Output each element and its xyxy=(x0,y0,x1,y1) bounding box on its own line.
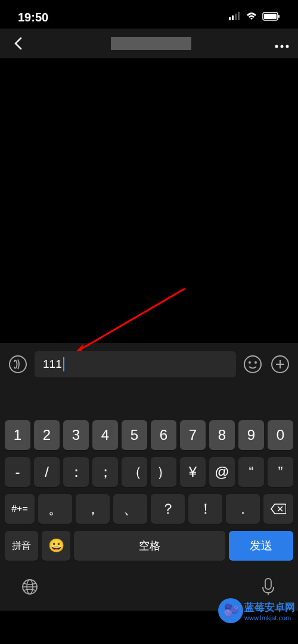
key-8[interactable]: 8 xyxy=(209,420,235,450)
key-emoji[interactable]: 😀 xyxy=(42,531,70,561)
key-1[interactable]: 1 xyxy=(5,420,30,450)
plus-button[interactable] xyxy=(269,354,291,375)
text-cursor xyxy=(63,357,64,371)
key-dot[interactable]: . xyxy=(226,494,260,524)
key-row-3: #+= 。 ， 、 ？ ！ . xyxy=(0,494,298,524)
key-slash[interactable]: / xyxy=(34,457,60,487)
svg-rect-1 xyxy=(232,15,234,20)
keyboard: 1 2 3 4 5 6 7 8 9 0 - / ： ； （ ） ¥ @ “ ” … xyxy=(0,386,298,611)
battery-icon xyxy=(262,12,280,23)
svg-rect-0 xyxy=(229,17,231,20)
svg-rect-6 xyxy=(278,15,280,18)
input-text: 111 xyxy=(43,358,62,371)
globe-button[interactable] xyxy=(18,575,42,599)
key-send[interactable]: 发送 xyxy=(229,531,293,561)
svg-point-12 xyxy=(10,356,26,373)
key-rparen[interactable]: ） xyxy=(151,457,176,487)
nav-bar xyxy=(0,29,298,58)
key-5[interactable]: 5 xyxy=(122,420,147,450)
chat-area[interactable] xyxy=(0,58,298,343)
svg-point-13 xyxy=(244,356,261,373)
key-row-1: 1 2 3 4 5 6 7 8 9 0 xyxy=(0,420,298,450)
svg-point-7 xyxy=(275,45,278,48)
key-question[interactable]: ？ xyxy=(151,494,185,524)
key-6[interactable]: 6 xyxy=(151,420,176,450)
svg-rect-3 xyxy=(238,12,240,20)
status-time: 19:50 xyxy=(18,11,48,24)
wifi-icon xyxy=(246,12,257,23)
svg-point-9 xyxy=(286,45,289,48)
key-row-2: - / ： ； （ ） ¥ @ “ ” xyxy=(0,457,298,487)
mic-icon xyxy=(262,577,275,596)
key-rquote[interactable]: ” xyxy=(268,457,293,487)
nav-title-redacted xyxy=(111,37,191,50)
key-row-4: 拼音 😀 空格 发送 xyxy=(0,531,298,561)
globe-icon xyxy=(21,578,39,596)
voice-button[interactable] xyxy=(7,354,29,375)
status-icons xyxy=(229,12,280,23)
emoji-button[interactable] xyxy=(242,354,263,375)
key-3[interactable]: 3 xyxy=(63,420,89,450)
key-semicolon[interactable]: ； xyxy=(92,457,118,487)
key-exclaim[interactable]: ！ xyxy=(188,494,222,524)
key-2[interactable]: 2 xyxy=(34,420,60,450)
message-input[interactable]: 111 xyxy=(35,351,236,377)
svg-point-8 xyxy=(281,45,284,48)
watermark-text: 蓝莓安卓网 www.lmkjst.com xyxy=(244,601,295,621)
key-7[interactable]: 7 xyxy=(180,420,206,450)
key-space[interactable]: 空格 xyxy=(74,531,225,561)
key-period-cn[interactable]: 。 xyxy=(38,494,72,524)
key-4[interactable]: 4 xyxy=(92,420,118,450)
input-bar: 111 xyxy=(0,343,298,386)
watermark-icon: 🫐 xyxy=(218,598,243,623)
key-comma-cn[interactable]: ， xyxy=(76,494,110,524)
key-backspace[interactable] xyxy=(263,494,293,524)
more-button[interactable] xyxy=(275,35,289,52)
svg-point-14 xyxy=(249,361,251,364)
key-lparen[interactable]: （ xyxy=(122,457,147,487)
mic-button[interactable] xyxy=(256,575,280,599)
backspace-icon xyxy=(271,503,286,515)
back-button[interactable] xyxy=(9,35,27,52)
svg-rect-24 xyxy=(265,579,271,589)
watermark: 🫐 蓝莓安卓网 www.lmkjst.com xyxy=(218,598,295,623)
svg-point-15 xyxy=(254,361,257,364)
svg-rect-5 xyxy=(264,14,277,19)
key-colon[interactable]: ： xyxy=(63,457,89,487)
svg-rect-2 xyxy=(235,14,237,20)
key-dash[interactable]: - xyxy=(5,457,30,487)
watermark-url: www.lmkjst.com xyxy=(244,614,295,621)
status-bar: 19:50 xyxy=(0,0,298,29)
key-mode[interactable]: 拼音 xyxy=(5,531,38,561)
watermark-title: 蓝莓安卓网 xyxy=(244,601,295,614)
key-at[interactable]: @ xyxy=(209,457,235,487)
signal-icon xyxy=(229,12,241,23)
svg-line-10 xyxy=(77,289,185,351)
key-0[interactable]: 0 xyxy=(268,420,293,450)
key-enum-comma[interactable]: 、 xyxy=(113,494,147,524)
key-yen[interactable]: ¥ xyxy=(180,457,206,487)
key-lquote[interactable]: “ xyxy=(238,457,264,487)
key-9[interactable]: 9 xyxy=(238,420,264,450)
key-symbols[interactable]: #+= xyxy=(5,494,35,524)
